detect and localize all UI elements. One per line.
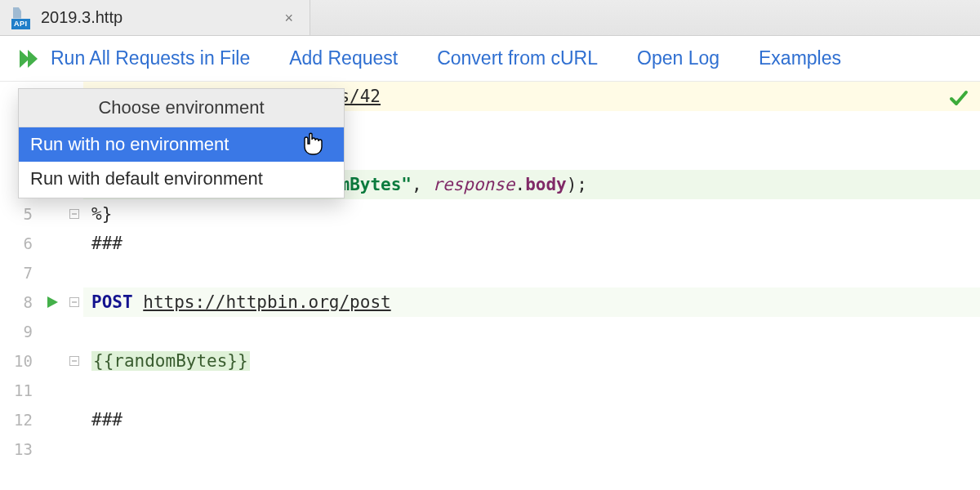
line-number: 8 — [0, 287, 39, 317]
editor-line: 9 — [0, 317, 980, 346]
environment-dropdown-title: Choose environment — [19, 89, 344, 127]
play-icon[interactable] — [46, 296, 59, 309]
run-all-requests-button[interactable]: Run All Requests in File — [20, 47, 250, 69]
svg-marker-1 — [28, 50, 38, 68]
editor-line: 5%} — [0, 199, 980, 229]
line-number: 9 — [0, 317, 39, 346]
line-number: 13 — [0, 434, 39, 464]
fold-handle-icon[interactable] — [69, 356, 79, 366]
tab-bar: 2019.3.http × — [0, 0, 980, 36]
svg-marker-2 — [47, 296, 58, 308]
code-cell[interactable]: POST https://httpbin.org/post — [83, 287, 980, 317]
gutter-fold-slot — [65, 209, 83, 219]
code-cell[interactable]: ### — [83, 229, 980, 258]
editor-line: 10{{randomBytes}} — [0, 346, 980, 376]
convert-curl-button[interactable]: Convert from cURL — [437, 47, 598, 69]
line-number: 6 — [0, 229, 39, 258]
editor-line: 12### — [0, 405, 980, 434]
http-client-toolbar: Run All Requests in File Add Request Con… — [0, 36, 980, 82]
file-tab[interactable]: 2019.3.http × — [0, 0, 310, 35]
line-number: 10 — [0, 346, 39, 376]
code-cell[interactable]: %} — [83, 199, 980, 229]
line-number: 12 — [0, 405, 39, 434]
line-number: 11 — [0, 376, 39, 405]
gutter-fold-slot — [65, 297, 83, 307]
code-cell[interactable]: {{randomBytes}} — [83, 346, 980, 376]
add-request-button[interactable]: Add Request — [289, 47, 398, 69]
editor-line: 7 — [0, 258, 980, 287]
double-play-icon — [20, 50, 41, 68]
tab-filename: 2019.3.http — [41, 8, 122, 27]
editor-line: 6### — [0, 229, 980, 258]
fold-handle-icon[interactable] — [69, 209, 79, 219]
gutter-fold-slot — [65, 356, 83, 366]
editor-line: 11 — [0, 376, 980, 405]
line-number: 5 — [0, 199, 39, 229]
analysis-ok-check-icon[interactable] — [949, 88, 969, 111]
editor-line: 8POST https://httpbin.org/post — [0, 287, 980, 317]
run-all-label: Run All Requests in File — [51, 47, 250, 69]
line-number: 7 — [0, 258, 39, 287]
environment-option[interactable]: Run with default environment — [19, 162, 344, 196]
gutter-run-slot — [39, 296, 65, 309]
open-log-button[interactable]: Open Log — [637, 47, 719, 69]
examples-button[interactable]: Examples — [759, 47, 841, 69]
code-cell[interactable]: ### — [83, 405, 980, 434]
close-icon[interactable]: × — [281, 7, 296, 29]
editor-line: 13 — [0, 434, 980, 464]
fold-handle-icon[interactable] — [69, 297, 79, 307]
api-file-icon — [11, 7, 33, 29]
environment-dropdown: Choose environment Run with no environme… — [18, 88, 345, 198]
environment-option[interactable]: Run with no environment — [19, 127, 344, 162]
